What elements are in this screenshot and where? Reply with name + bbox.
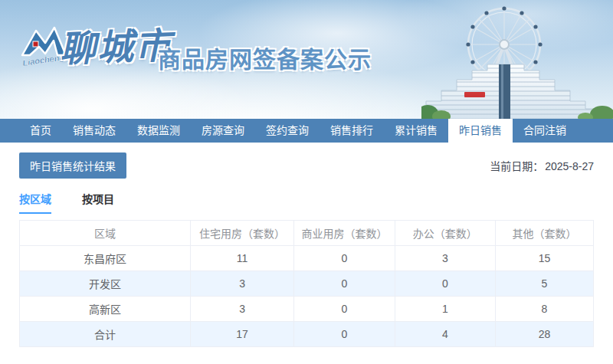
- value-cell: 5: [495, 271, 593, 297]
- table-row: 高新区3018: [20, 297, 594, 322]
- nav-item[interactable]: 销售排行: [320, 119, 384, 143]
- nav-item[interactable]: 房源查询: [191, 119, 255, 143]
- table-header-row: 区域 住宅用房（套数） 商业用房（套数） 办公（套数） 其他（套数）: [20, 221, 594, 246]
- main-nav: 首页 销售动态 数据监测 房源查询 签约查询 销售排行 累计销售 昨日销售 合同…: [0, 119, 613, 143]
- region-cell: 开发区: [20, 271, 191, 297]
- column-header: 住宅用房（套数）: [191, 221, 294, 246]
- column-header: 商业用房（套数）: [294, 221, 395, 246]
- value-cell: 3: [191, 297, 294, 322]
- column-header: 区域: [20, 221, 191, 246]
- value-cell: 15: [495, 246, 593, 271]
- view-tab[interactable]: 按区域: [19, 191, 51, 214]
- value-cell: 8: [495, 297, 593, 322]
- sales-table-wrap: 区域 住宅用房（套数） 商业用房（套数） 办公（套数） 其他（套数） 东昌府区1…: [19, 220, 594, 347]
- table-row: 东昌府区110315: [20, 246, 594, 271]
- current-date-value: 2025-8-27: [545, 160, 594, 172]
- view-tabs: 按区域 按项目: [0, 191, 613, 214]
- current-date-label: 当前日期：: [490, 160, 543, 172]
- city-illustration: [421, 0, 613, 119]
- building-icon: [421, 64, 613, 119]
- table-row: 开发区3005: [20, 271, 594, 297]
- column-header: 其他（套数）: [495, 221, 593, 246]
- current-date: 当前日期：2025-8-27: [490, 158, 594, 173]
- value-cell: 17: [191, 322, 294, 347]
- value-cell: 28: [495, 322, 593, 347]
- site-title: 商品房网签备案公示: [158, 41, 372, 74]
- nav-item[interactable]: 累计销售: [384, 119, 448, 143]
- nav-item[interactable]: 昨日销售: [448, 119, 513, 143]
- value-cell: 3: [191, 271, 294, 297]
- value-cell: 0: [294, 297, 395, 322]
- page: Liaocheng 聊城市 商品房网签备案公示: [0, 0, 613, 364]
- nav-item[interactable]: 合同注销: [513, 119, 577, 143]
- nav-item[interactable]: 销售动态: [62, 119, 126, 143]
- site-header: Liaocheng 聊城市 商品房网签备案公示: [0, 0, 613, 119]
- nav-item[interactable]: 首页: [19, 119, 62, 143]
- nav-item[interactable]: 签约查询: [255, 119, 320, 143]
- column-header: 办公（套数）: [395, 221, 495, 246]
- sales-table: 区域 住宅用房（套数） 商业用房（套数） 办公（套数） 其他（套数） 东昌府区1…: [19, 220, 594, 347]
- view-tab[interactable]: 按项目: [82, 191, 114, 214]
- value-cell: 0: [294, 246, 395, 271]
- value-cell: 0: [294, 322, 395, 347]
- value-cell: 0: [395, 271, 495, 297]
- toolbar: 昨日销售统计结果 当前日期：2025-8-27: [0, 143, 613, 179]
- region-cell: 合计: [20, 322, 191, 347]
- value-cell: 1: [395, 297, 495, 322]
- value-cell: 4: [395, 322, 495, 347]
- yesterday-stats-button[interactable]: 昨日销售统计结果: [19, 152, 126, 179]
- value-cell: 0: [294, 271, 395, 297]
- value-cell: 3: [395, 246, 495, 271]
- region-cell: 高新区: [20, 297, 191, 322]
- nav-item[interactable]: 数据监测: [126, 119, 191, 143]
- region-cell: 东昌府区: [20, 246, 191, 271]
- table-body: 东昌府区110315开发区3005高新区3018合计170428: [20, 246, 594, 347]
- table-row: 合计170428: [20, 322, 594, 347]
- brand-city-text: 聊城市: [59, 21, 173, 74]
- value-cell: 11: [191, 246, 294, 271]
- building-sign: [464, 92, 485, 97]
